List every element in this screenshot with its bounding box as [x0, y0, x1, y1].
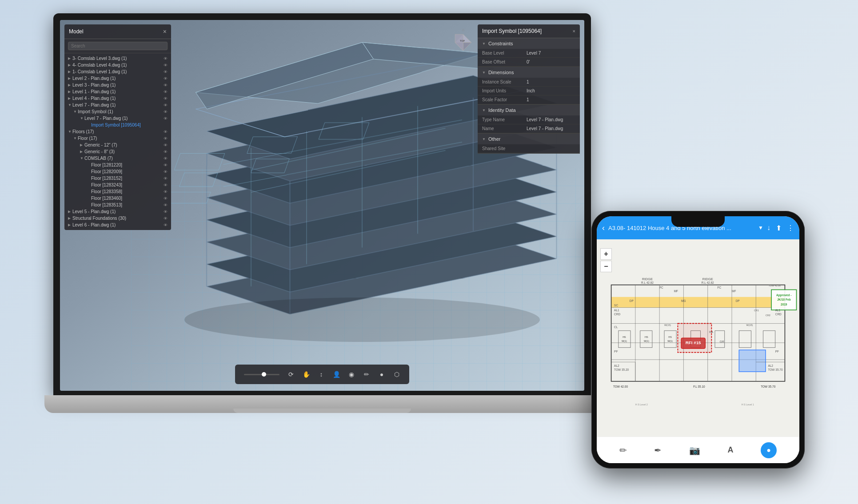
model-search-input[interactable] — [68, 42, 168, 50]
draw-tool-btn[interactable]: ✏ — [360, 368, 373, 381]
import-units-row: Import Units Inch — [478, 87, 580, 95]
zoom-out-btn[interactable]: − — [600, 261, 612, 272]
tree-item[interactable]: ▶ Generic - 12" (7) 👁 — [64, 142, 171, 148]
tree-item[interactable]: ▼ COMSLAB (7) 👁 — [64, 155, 171, 162]
svg-text:R.L 42.82: R.L 42.82 — [641, 281, 654, 284]
phone-bottom-toolbar: ✏ ✒ 📷 A ● — [597, 437, 799, 463]
svg-text:W(15): W(15) — [746, 324, 753, 326]
tree-item[interactable]: ▼ Level 7 - Plan.dwg (1) 👁 — [64, 102, 171, 108]
svg-text:R.L 42.82: R.L 42.82 — [702, 281, 714, 284]
svg-text:DP: DP — [736, 299, 740, 302]
type-name-row: Type Name Level 7 - Plan.dwg — [478, 115, 580, 124]
tree-item[interactable]: Floor [1283152] 👁 — [64, 175, 171, 182]
shared-site-row: Shared Site — [478, 144, 580, 153]
svg-text:AL2: AL2 — [768, 364, 773, 367]
constraints-section: ▼ Constraints Base Level Level 7 Base Of… — [478, 38, 580, 67]
phone-dropdown-icon[interactable]: ▼ — [758, 225, 763, 231]
svg-text:AL1: AL1 — [775, 309, 781, 312]
text-tool-btn[interactable]: A — [728, 445, 734, 455]
identity-data-section-title: Identity Data — [488, 107, 516, 113]
section-tool-btn[interactable]: ◉ — [345, 368, 358, 381]
tree-item[interactable]: ▼ Floor (17) 👁 — [64, 135, 171, 142]
phone-back-button[interactable]: ‹ — [602, 223, 605, 233]
tree-item[interactable]: Floor [1283358] 👁 — [64, 188, 171, 195]
tree-item[interactable]: Floor [1283243] 👁 — [64, 182, 171, 188]
svg-text:CL: CL — [614, 325, 618, 329]
model-panel-header: Model × — [64, 24, 171, 39]
zoom-in-btn[interactable]: + — [600, 248, 612, 260]
base-offset-row: Base Offset 0' — [478, 58, 580, 67]
marker-tool-btn[interactable]: ✒ — [654, 445, 662, 456]
model-tree: ▶ 3- Comslab Level 3.dwg (1) 👁 ▶ 4- Coms… — [64, 53, 171, 230]
phone-share-btn[interactable]: ⬆ — [776, 224, 782, 232]
tree-item[interactable]: ▶ Level 5 - Plan.dwg (1) 👁 — [64, 208, 171, 215]
constraints-section-header[interactable]: ▼ Constraints — [478, 38, 580, 49]
tree-item[interactable]: ▼ Floors (17) 👁 — [64, 128, 171, 135]
svg-text:CRD: CRD — [775, 313, 782, 316]
constraints-section-title: Constraints — [488, 41, 513, 46]
svg-text:FC: FC — [717, 286, 721, 289]
phone-download-btn[interactable]: ↓ — [767, 224, 770, 232]
tree-item[interactable]: ▶ Level 3 - Plan.dwg (1) 👁 — [64, 82, 171, 88]
svg-text:CR2: CR2 — [766, 314, 770, 317]
svg-text:TOW 42.00: TOW 42.00 — [769, 284, 781, 287]
svg-point-32 — [184, 298, 540, 342]
nav-cube[interactable]: TOP ⌂ — [451, 26, 475, 51]
measure-tool-btn[interactable]: ● — [375, 368, 388, 381]
svg-text:PF: PF — [775, 350, 779, 353]
svg-text:CRD: CRD — [614, 313, 620, 316]
blueprint-svg: RIDGE R.L 42.82 RIDGE R.L 42.82 — [597, 239, 799, 437]
pencil-tool-btn[interactable]: ✏ — [619, 445, 627, 456]
tree-item[interactable]: Floor [1283513] 👁 — [64, 202, 171, 208]
model-panel-close-btn[interactable]: × — [163, 28, 167, 35]
svg-text:HS: HS — [623, 336, 626, 338]
3d-toolbar: ⟳ ✋ ↕ 👤 ◉ ✏ ● ⬡ — [235, 365, 409, 384]
model-panel-title: Model — [69, 28, 84, 35]
svg-text:RIDGE: RIDGE — [702, 277, 713, 281]
model-search-area — [64, 39, 171, 53]
phone-notch — [671, 216, 725, 227]
blueprint-canvas[interactable]: + − — [597, 239, 799, 437]
settings-tool-btn[interactable]: ⬡ — [391, 368, 403, 381]
move-tool-btn[interactable]: ↕ — [315, 368, 327, 381]
tree-item[interactable]: ▼ Import Symbol (1) 👁 — [64, 108, 171, 115]
svg-text:W(1): W(1) — [667, 340, 673, 342]
svg-text:SC: SC — [614, 304, 618, 307]
phone-header-actions: ↓ ⬆ ⋮ — [767, 224, 794, 232]
tree-item[interactable]: ▼ Level 7 - Plan.dwg (1) 👁 — [64, 115, 171, 122]
tree-item[interactable]: Floor [1282009] 👁 — [64, 168, 171, 175]
tree-item[interactable]: ▶ 1- Comslab Level 1.dwg (1) 👁 — [64, 68, 171, 75]
svg-text:JK/10 Feb: JK/10 Feb — [777, 298, 791, 301]
pan-tool-btn[interactable]: ✋ — [300, 368, 312, 381]
laptop: TOP ⌂ Model × — [44, 13, 600, 413]
tree-item[interactable]: ▶ Level 2 - Plan.dwg (1) 👁 — [64, 75, 171, 82]
tree-item[interactable]: ▶ Level 4 - Plan.dwg (1) 👁 — [64, 95, 171, 102]
svg-text:⌂: ⌂ — [462, 28, 465, 32]
dimensions-section-header[interactable]: ▼ Dimensions — [478, 67, 580, 78]
tree-item[interactable]: ▶ 4- Comslab Level 4.dwg (1) 👁 — [64, 62, 171, 68]
other-section-header[interactable]: ▼ Other — [478, 134, 580, 144]
tree-item[interactable]: ▶ Level 6 - Plan.dwg (1) 👁 — [64, 222, 171, 228]
tree-item[interactable]: ▶ 3- Comslab Level 3.dwg (1) 👁 — [64, 55, 171, 62]
svg-text:2019: 2019 — [781, 303, 787, 306]
identity-data-section-header[interactable]: ▼ Identity Data — [478, 105, 580, 115]
properties-panel-close-btn[interactable]: × — [573, 28, 575, 34]
svg-text:PF: PF — [614, 350, 618, 353]
laptop-screen-surround: TOP ⌂ Model × — [53, 13, 591, 395]
person-tool-btn[interactable]: 👤 — [330, 368, 343, 381]
tree-item[interactable]: Floor [1281220] 👁 — [64, 162, 171, 168]
tree-item[interactable]: ▶ Generic - 8" (3) 👁 — [64, 148, 171, 155]
phone-more-btn[interactable]: ⋮ — [787, 224, 794, 232]
tree-item-active[interactable]: Import Symbol [1095064] — [64, 122, 171, 128]
camera-tool-btn[interactable]: 📷 — [689, 445, 700, 456]
svg-text:HS: HS — [645, 336, 648, 338]
svg-text:FC: FC — [659, 286, 663, 289]
scene-container: TOP ⌂ Model × — [0, 0, 858, 504]
rotate-tool-btn[interactable]: ⟳ — [285, 368, 297, 381]
zoom-slider[interactable] — [244, 374, 279, 375]
active-tool-btn[interactable]: ● — [761, 442, 777, 458]
tree-item[interactable]: ▶ Structural Foundations (30) 👁 — [64, 215, 171, 222]
tree-item[interactable]: Floor [1283460] 👁 — [64, 195, 171, 202]
svg-text:HS: HS — [668, 336, 672, 338]
tree-item[interactable]: ▶ Level 1 - Plan.dwg (1) 👁 — [64, 88, 171, 95]
